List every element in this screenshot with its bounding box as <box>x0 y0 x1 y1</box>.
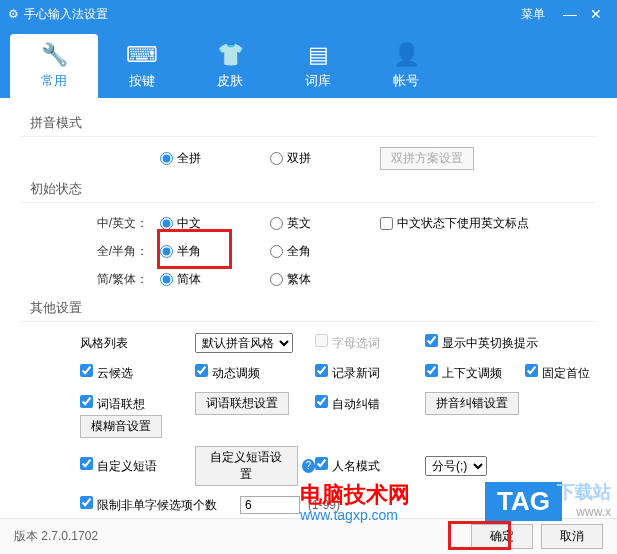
book-icon: ▤ <box>308 42 329 68</box>
checkbox-custom-phrase[interactable]: 自定义短语 <box>80 457 157 475</box>
radio-shuangpin[interactable]: 双拼 <box>270 150 380 167</box>
style-select[interactable]: 默认拼音风格 <box>195 333 293 353</box>
checkbox-limit[interactable]: 限制非单字候选项个数 <box>80 496 217 514</box>
titlebar: ⚙ 手心输入法设置 菜单 — ✕ <box>0 0 617 28</box>
limit-input[interactable] <box>240 496 300 514</box>
content-area: 拼音模式 全拼 双拼 双拼方案设置 初始状态 中/英文： 中文 英文 中文状态下… <box>0 98 617 518</box>
section-other: 其他设置 <box>20 293 597 322</box>
row-pinyin-mode: 全拼 双拼 双拼方案设置 <box>20 143 597 174</box>
tab-label: 按键 <box>129 72 155 90</box>
radio-simplified[interactable]: 简体 <box>160 271 270 288</box>
tab-keys[interactable]: ⌨ 按键 <box>98 34 186 98</box>
label-style: 风格列表 <box>80 335 128 352</box>
lianxiang-settings-button[interactable]: 词语联想设置 <box>195 392 289 415</box>
row-full-half: 全/半角： 半角 全角 <box>20 237 597 265</box>
tab-common[interactable]: 🔧 常用 <box>10 34 98 98</box>
checkbox-dyn-freq[interactable]: 动态调频 <box>195 364 260 382</box>
menu-button[interactable]: 菜单 <box>521 6 545 23</box>
fenhao-select[interactable]: 分号(;) <box>425 456 487 476</box>
tab-label: 常用 <box>41 72 67 90</box>
cancel-button[interactable]: 取消 <box>541 524 603 549</box>
radio-traditional[interactable]: 繁体 <box>270 271 380 288</box>
radio-quanpin[interactable]: 全拼 <box>160 150 270 167</box>
custom-phrase-button[interactable]: 自定义短语设置 <box>195 446 298 486</box>
gear-icon: ⚙ <box>8 7 19 21</box>
limit-range: (1-99) <box>308 498 340 512</box>
checkbox-lianxiang[interactable]: 词语联想 <box>80 395 145 413</box>
keyboard-icon: ⌨ <box>126 42 158 68</box>
radio-english[interactable]: 英文 <box>270 215 380 232</box>
row-limit: 限制非单字候选项个数 (1-99) <box>20 490 597 518</box>
row-jian-fan: 简/繁体： 简体 繁体 <box>20 265 597 293</box>
shirt-icon: 👕 <box>217 42 244 68</box>
jiucuo-settings-button[interactable]: 拼音纠错设置 <box>425 392 519 415</box>
radio-full[interactable]: 全角 <box>270 243 380 260</box>
radio-chinese[interactable]: 中文 <box>160 215 270 232</box>
row-cn-en: 中/英文： 中文 英文 中文状态下使用英文标点 <box>20 209 597 237</box>
minimize-button[interactable]: — <box>557 6 583 22</box>
mohu-settings-button[interactable]: 模糊音设置 <box>80 415 162 438</box>
section-init-state: 初始状态 <box>20 174 597 203</box>
window-title: 手心输入法设置 <box>24 6 521 23</box>
tab-label: 帐号 <box>393 72 419 90</box>
checkbox-en-punct[interactable]: 中文状态下使用英文标点 <box>380 215 529 232</box>
checkbox-cloud[interactable]: 云候选 <box>80 364 133 382</box>
checkbox-show-switch[interactable]: 显示中英切换提示 <box>425 334 538 352</box>
tab-skin[interactable]: 👕 皮肤 <box>186 34 274 98</box>
version-label: 版本 2.7.0.1702 <box>14 528 463 545</box>
close-button[interactable]: ✕ <box>583 6 609 22</box>
radio-half[interactable]: 半角 <box>160 243 270 260</box>
label-full-half: 全/半角： <box>80 243 160 260</box>
row-lianxiang: 词语联想 词语联想设置 自动纠错 拼音纠错设置 模糊音设置 <box>20 388 597 442</box>
tab-bar: 🔧 常用 ⌨ 按键 👕 皮肤 ▤ 词库 👤 帐号 <box>0 28 617 98</box>
checkbox-fixed-first[interactable]: 固定首位 <box>525 364 590 382</box>
help-icon[interactable]: ? <box>302 459 315 473</box>
checkbox-context[interactable]: 上下文调频 <box>425 364 502 382</box>
checkbox-zimu[interactable]: 字母选词 <box>315 334 380 352</box>
row-custom-phrase: 自定义短语 自定义短语设置? 人名模式 分号(;) <box>20 442 597 490</box>
checkbox-auto-correct[interactable]: 自动纠错 <box>315 395 380 413</box>
label-jian-fan: 简/繁体： <box>80 271 160 288</box>
tab-account[interactable]: 👤 帐号 <box>362 34 450 98</box>
tab-label: 皮肤 <box>217 72 243 90</box>
section-pinyin-mode: 拼音模式 <box>20 108 597 137</box>
row-style: 风格列表 默认拼音风格 字母选词 显示中英切换提示 <box>20 328 597 358</box>
checkbox-renming[interactable]: 人名模式 <box>315 457 380 475</box>
tab-label: 词库 <box>305 72 331 90</box>
label-cn-en: 中/英文： <box>80 215 160 232</box>
wrench-icon: 🔧 <box>41 42 68 68</box>
checkbox-record-new[interactable]: 记录新词 <box>315 364 380 382</box>
row-cloud: 云候选 动态调频 记录新词 上下文调频 固定首位 <box>20 358 597 388</box>
tab-dict[interactable]: ▤ 词库 <box>274 34 362 98</box>
person-icon: 👤 <box>393 42 420 68</box>
shuangpin-scheme-button[interactable]: 双拼方案设置 <box>380 147 474 170</box>
footer: 版本 2.7.0.1702 确定 取消 <box>0 518 617 554</box>
ok-button[interactable]: 确定 <box>471 524 533 549</box>
